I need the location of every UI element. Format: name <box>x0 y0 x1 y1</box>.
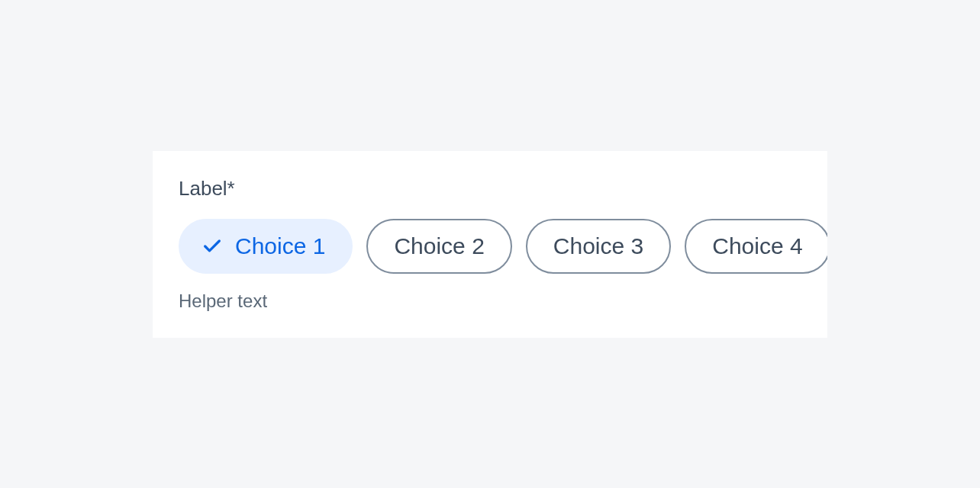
field-label: Label* <box>179 177 827 201</box>
chip-choice-4[interactable]: Choice 4 <box>685 219 827 274</box>
helper-text: Helper text <box>179 291 827 312</box>
chip-label: Choice 4 <box>712 233 802 259</box>
chip-label: Choice 2 <box>394 233 484 259</box>
chip-choice-1[interactable]: Choice 1 <box>179 219 353 274</box>
chip-choice-2[interactable]: Choice 2 <box>366 219 511 274</box>
choice-chip-field: Label* Choice 1 Choice 2 Choice 3 Choice… <box>153 151 827 338</box>
check-icon <box>201 236 223 257</box>
chip-choice-3[interactable]: Choice 3 <box>526 219 671 274</box>
chip-label: Choice 1 <box>235 233 325 259</box>
chip-label: Choice 3 <box>553 233 643 259</box>
chips-row: Choice 1 Choice 2 Choice 3 Choice 4 <box>179 219 827 274</box>
